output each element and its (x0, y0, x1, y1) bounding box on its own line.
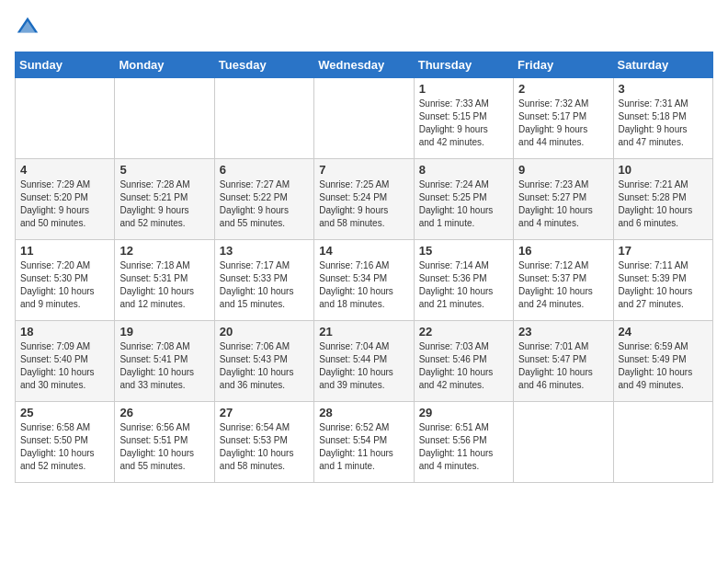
week-row-0: 1Sunrise: 7:33 AM Sunset: 5:15 PM Daylig… (16, 78, 713, 159)
day-number: 29 (419, 406, 508, 419)
day-cell: 24Sunrise: 6:59 AM Sunset: 5:49 PM Dayli… (613, 321, 712, 402)
day-number: 15 (419, 244, 508, 258)
day-info: Sunrise: 7:20 AM Sunset: 5:30 PM Dayligh… (20, 259, 109, 311)
day-number: 18 (20, 325, 109, 339)
calendar-table: SundayMondayTuesdayWednesdayThursdayFrid… (15, 52, 713, 483)
day-cell: 20Sunrise: 7:06 AM Sunset: 5:43 PM Dayli… (214, 321, 313, 402)
day-cell: 7Sunrise: 7:25 AM Sunset: 5:24 PM Daylig… (314, 159, 414, 240)
week-row-4: 25Sunrise: 6:58 AM Sunset: 5:50 PM Dayli… (16, 402, 713, 483)
day-number: 4 (20, 163, 109, 177)
day-cell (214, 78, 313, 159)
day-number: 5 (119, 163, 209, 177)
day-cell: 9Sunrise: 7:23 AM Sunset: 5:27 PM Daylig… (514, 159, 613, 240)
day-number: 11 (20, 244, 109, 258)
day-number: 24 (619, 325, 708, 339)
day-info: Sunrise: 7:01 AM Sunset: 5:47 PM Dayligh… (518, 340, 608, 392)
day-info: Sunrise: 6:59 AM Sunset: 5:49 PM Dayligh… (619, 340, 708, 392)
day-cell: 18Sunrise: 7:09 AM Sunset: 5:40 PM Dayli… (16, 321, 115, 402)
day-info: Sunrise: 7:12 AM Sunset: 5:37 PM Dayligh… (518, 259, 608, 311)
day-info: Sunrise: 7:17 AM Sunset: 5:33 PM Dayligh… (220, 259, 309, 311)
day-number: 25 (20, 406, 109, 419)
day-cell: 8Sunrise: 7:24 AM Sunset: 5:25 PM Daylig… (414, 159, 513, 240)
week-row-1: 4Sunrise: 7:29 AM Sunset: 5:20 PM Daylig… (16, 159, 713, 240)
day-cell: 3Sunrise: 7:31 AM Sunset: 5:18 PM Daylig… (613, 78, 712, 159)
day-number: 6 (220, 163, 309, 177)
day-cell: 21Sunrise: 7:04 AM Sunset: 5:44 PM Dayli… (314, 321, 414, 402)
day-number: 20 (220, 325, 309, 339)
day-number: 26 (119, 406, 209, 419)
day-cell (613, 402, 712, 483)
day-number: 14 (319, 244, 408, 258)
day-cell: 14Sunrise: 7:16 AM Sunset: 5:34 PM Dayli… (314, 240, 414, 321)
day-cell: 23Sunrise: 7:01 AM Sunset: 5:47 PM Dayli… (514, 321, 613, 402)
day-cell: 5Sunrise: 7:28 AM Sunset: 5:21 PM Daylig… (115, 159, 214, 240)
day-number: 28 (319, 406, 408, 419)
day-cell: 27Sunrise: 6:54 AM Sunset: 5:53 PM Dayli… (214, 402, 313, 483)
day-info: Sunrise: 6:54 AM Sunset: 5:53 PM Dayligh… (220, 421, 309, 473)
day-info: Sunrise: 7:31 AM Sunset: 5:18 PM Dayligh… (619, 98, 708, 149)
logo-icon (15, 15, 40, 40)
day-info: Sunrise: 7:29 AM Sunset: 5:20 PM Dayligh… (20, 178, 109, 230)
week-row-3: 18Sunrise: 7:09 AM Sunset: 5:40 PM Dayli… (16, 321, 713, 402)
header-cell-monday: Monday (115, 52, 214, 78)
header-cell-thursday: Thursday (414, 52, 513, 78)
day-number: 1 (419, 82, 508, 96)
day-cell: 15Sunrise: 7:14 AM Sunset: 5:36 PM Dayli… (414, 240, 513, 321)
day-info: Sunrise: 6:52 AM Sunset: 5:54 PM Dayligh… (319, 421, 408, 473)
day-cell: 1Sunrise: 7:33 AM Sunset: 5:15 PM Daylig… (414, 78, 513, 159)
day-cell: 11Sunrise: 7:20 AM Sunset: 5:30 PM Dayli… (16, 240, 115, 321)
day-number: 19 (119, 325, 209, 339)
day-cell (314, 78, 414, 159)
day-cell: 2Sunrise: 7:32 AM Sunset: 5:17 PM Daylig… (514, 78, 613, 159)
day-info: Sunrise: 7:32 AM Sunset: 5:17 PM Dayligh… (518, 98, 608, 149)
day-info: Sunrise: 7:21 AM Sunset: 5:28 PM Dayligh… (619, 178, 708, 230)
day-info: Sunrise: 7:25 AM Sunset: 5:24 PM Dayligh… (319, 178, 408, 230)
day-cell: 13Sunrise: 7:17 AM Sunset: 5:33 PM Dayli… (214, 240, 313, 321)
day-info: Sunrise: 7:11 AM Sunset: 5:39 PM Dayligh… (619, 259, 708, 311)
day-info: Sunrise: 7:18 AM Sunset: 5:31 PM Dayligh… (119, 259, 209, 311)
day-number: 7 (319, 163, 408, 177)
day-cell: 10Sunrise: 7:21 AM Sunset: 5:28 PM Dayli… (613, 159, 712, 240)
day-number: 10 (619, 163, 708, 177)
day-number: 13 (220, 244, 309, 258)
day-cell: 17Sunrise: 7:11 AM Sunset: 5:39 PM Dayli… (613, 240, 712, 321)
header-row: SundayMondayTuesdayWednesdayThursdayFrid… (16, 52, 713, 78)
day-info: Sunrise: 7:03 AM Sunset: 5:46 PM Dayligh… (419, 340, 508, 392)
header-cell-sunday: Sunday (16, 52, 115, 78)
day-cell: 12Sunrise: 7:18 AM Sunset: 5:31 PM Dayli… (115, 240, 214, 321)
header-cell-wednesday: Wednesday (314, 52, 414, 78)
day-number: 3 (619, 82, 708, 96)
day-number: 17 (619, 244, 708, 258)
day-cell: 29Sunrise: 6:51 AM Sunset: 5:56 PM Dayli… (414, 402, 513, 483)
day-cell: 26Sunrise: 6:56 AM Sunset: 5:51 PM Dayli… (115, 402, 214, 483)
day-cell: 16Sunrise: 7:12 AM Sunset: 5:37 PM Dayli… (514, 240, 613, 321)
day-info: Sunrise: 7:04 AM Sunset: 5:44 PM Dayligh… (319, 340, 408, 392)
header-cell-saturday: Saturday (613, 52, 712, 78)
logo (15, 15, 44, 40)
day-info: Sunrise: 7:23 AM Sunset: 5:27 PM Dayligh… (518, 178, 608, 230)
day-info: Sunrise: 7:28 AM Sunset: 5:21 PM Dayligh… (119, 178, 209, 230)
day-info: Sunrise: 7:09 AM Sunset: 5:40 PM Dayligh… (20, 340, 109, 392)
day-number: 9 (518, 163, 608, 177)
day-cell (16, 78, 115, 159)
header-cell-friday: Friday (514, 52, 613, 78)
day-number: 8 (419, 163, 508, 177)
day-cell (514, 402, 613, 483)
day-number: 21 (319, 325, 408, 339)
day-cell: 4Sunrise: 7:29 AM Sunset: 5:20 PM Daylig… (16, 159, 115, 240)
day-info: Sunrise: 6:51 AM Sunset: 5:56 PM Dayligh… (419, 421, 508, 473)
header-cell-tuesday: Tuesday (214, 52, 313, 78)
week-row-2: 11Sunrise: 7:20 AM Sunset: 5:30 PM Dayli… (16, 240, 713, 321)
day-cell: 6Sunrise: 7:27 AM Sunset: 5:22 PM Daylig… (214, 159, 313, 240)
day-info: Sunrise: 6:56 AM Sunset: 5:51 PM Dayligh… (119, 421, 209, 473)
day-cell: 25Sunrise: 6:58 AM Sunset: 5:50 PM Dayli… (16, 402, 115, 483)
day-number: 23 (518, 325, 608, 339)
day-number: 27 (220, 406, 309, 419)
day-cell: 22Sunrise: 7:03 AM Sunset: 5:46 PM Dayli… (414, 321, 513, 402)
day-number: 22 (419, 325, 508, 339)
day-cell: 28Sunrise: 6:52 AM Sunset: 5:54 PM Dayli… (314, 402, 414, 483)
day-info: Sunrise: 7:14 AM Sunset: 5:36 PM Dayligh… (419, 259, 508, 311)
day-number: 2 (518, 82, 608, 96)
header (15, 15, 713, 40)
day-info: Sunrise: 7:27 AM Sunset: 5:22 PM Dayligh… (220, 178, 309, 230)
